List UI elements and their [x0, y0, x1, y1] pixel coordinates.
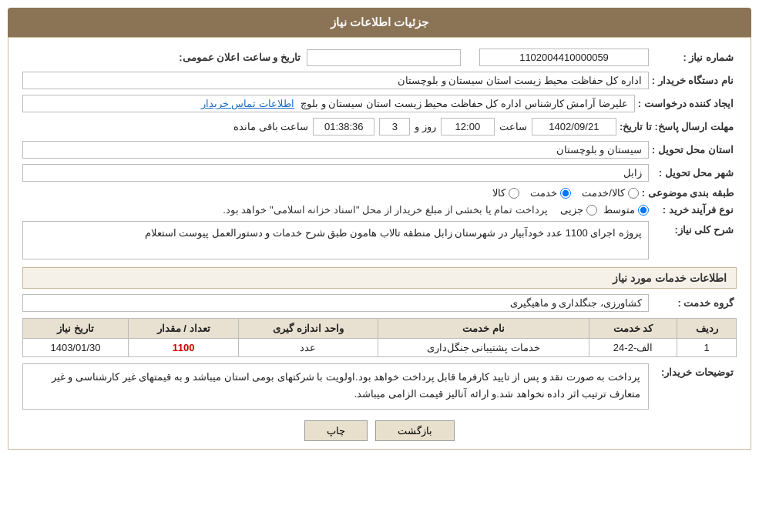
category-option-kala: کالا	[492, 187, 519, 199]
deadline-days-label: روز و	[415, 121, 436, 132]
city-label: شهر محل تحویل :	[652, 167, 737, 179]
city-value: زابل	[22, 164, 649, 182]
province-value: سیستان و بلوچستان	[22, 141, 649, 159]
deadline-label: مهلت ارسال پاسخ: تا تاریخ:	[620, 121, 737, 132]
buyer-org-label: نام دستگاه خریدار :	[652, 75, 737, 86]
deadline-days: 3	[379, 118, 410, 136]
service-table-section: ردیف کد خدمت نام خدمت واحد اندازه گیری ت…	[22, 318, 737, 357]
page-wrapper: جزئیات اطلاعات نیاز شماره نیاز : 1102004…	[0, 0, 759, 532]
col-header-row-num: ردیف	[677, 319, 737, 339]
process-label-jozi: جزیی	[560, 204, 583, 216]
requester-contact-link[interactable]: اطلاعات تماس خریدار	[201, 98, 294, 109]
category-radio-khedmat[interactable]	[560, 188, 571, 199]
col-header-unit: واحد اندازه گیری	[239, 319, 378, 339]
col-header-quantity: تعداد / مقدار	[128, 319, 238, 339]
cell-code: الف-2-24	[589, 339, 677, 357]
col-header-name: نام خدمت	[378, 319, 589, 339]
service-table: ردیف کد خدمت نام خدمت واحد اندازه گیری ت…	[22, 318, 737, 357]
announce-datetime-value	[307, 49, 461, 66]
category-label: طبقه بندی موضوعی :	[642, 187, 737, 199]
requester-row: ایجاد کننده درخواست : علیرضا آرامش کارشن…	[22, 95, 737, 112]
page-title: جزئیات اطلاعات نیاز	[8, 8, 751, 37]
province-row: استان محل تحویل : سیستان و بلوچستان	[22, 141, 737, 159]
deadline-time-label: ساعت	[499, 121, 527, 132]
buyer-org-value: اداره کل حفاظت محیط زیست استان سیستان و …	[22, 72, 649, 89]
main-container: شماره نیاز : 1102004410000059 تاریخ و سا…	[8, 37, 751, 450]
footer-buttons: بازگشت چاپ	[22, 420, 737, 441]
cell-row-num: 1	[677, 339, 737, 357]
requester-value-box: علیرضا آرامش کارشناس اداره کل حفاظت محیط…	[22, 95, 635, 112]
deadline-row: مهلت ارسال پاسخ: تا تاریخ: 1402/09/21 سا…	[22, 118, 737, 136]
service-group-row: گروه خدمت : کشاورزی، جنگلداری و ماهیگیری	[22, 294, 737, 312]
city-row: شهر محل تحویل : زابل	[22, 164, 737, 182]
col-header-code: کد خدمت	[589, 319, 677, 339]
buyer-notes-row: توضیحات خریدار: پرداخت به صورت نقد و پس …	[22, 363, 737, 410]
category-label-kala: کالا	[492, 187, 505, 199]
reference-row: شماره نیاز : 1102004410000059 تاریخ و سا…	[22, 49, 737, 66]
description-row: شرح کلی نیاز: پروژه اجرای 1100 عدد خودآب…	[22, 221, 737, 259]
reference-label: شماره نیاز :	[652, 52, 737, 63]
category-radio-kala[interactable]	[509, 188, 519, 199]
buyer-org-row: نام دستگاه خریدار : اداره کل حفاظت محیط …	[22, 72, 737, 89]
cell-date: 1403/01/30	[23, 339, 129, 357]
deadline-date: 1402/09/21	[532, 118, 616, 136]
reference-value: 1102004410000059	[479, 49, 649, 66]
announce-datetime-label: تاریخ و ساعت اعلان عمومی:	[174, 52, 304, 63]
process-note: پرداخت تمام یا بخشی از مبلغ خریدار از مح…	[223, 204, 548, 216]
buyer-notes-value: پرداخت به صورت نقد و پس از تایید کارفرما…	[22, 363, 649, 410]
service-group-value: کشاورزی، جنگلداری و ماهیگیری	[22, 294, 649, 312]
process-row: نوع فرآیند خرید : متوسط جزیی پرداخت تمام…	[22, 204, 737, 216]
process-radio-motavaset[interactable]	[638, 205, 649, 216]
province-label: استان محل تحویل :	[652, 144, 737, 156]
category-radio-kala-khedmat[interactable]	[628, 188, 639, 199]
back-button[interactable]: بازگشت	[375, 420, 455, 441]
buyer-notes-label: توضیحات خریدار:	[652, 363, 737, 378]
table-row: 1 الف-2-24 خدمات پشتیبانی جنگل‌داری عدد …	[23, 339, 737, 357]
category-label-khedmat: خدمت	[530, 187, 557, 199]
category-option-kala-khedmat: کالا/خدمت	[582, 187, 639, 199]
description-label: شرح کلی نیاز:	[652, 221, 737, 236]
requester-value: علیرضا آرامش کارشناس اداره کل حفاظت محیط…	[301, 98, 628, 109]
service-group-label: گروه خدمت :	[652, 297, 737, 309]
process-label: نوع فرآیند خرید :	[652, 204, 737, 216]
process-label-motavaset: متوسط	[603, 204, 635, 216]
table-header-row: ردیف کد خدمت نام خدمت واحد اندازه گیری ت…	[23, 319, 737, 339]
category-radio-group: کالا/خدمت خدمت کالا	[492, 187, 639, 199]
requester-label: ایجاد کننده درخواست :	[638, 98, 737, 109]
process-option-motavaset: متوسط	[603, 204, 649, 216]
cell-unit: عدد	[239, 339, 378, 357]
category-row: طبقه بندی موضوعی : کالا/خدمت خدمت کالا	[22, 187, 737, 199]
service-info-title: اطلاعات خدمات مورد نیاز	[22, 267, 737, 289]
process-option-jozi: جزیی	[560, 204, 597, 216]
process-type-row: متوسط جزیی پرداخت تمام یا بخشی از مبلغ خ…	[223, 204, 649, 216]
col-header-date: تاریخ نیاز	[23, 319, 129, 339]
category-option-khedmat: خدمت	[530, 187, 571, 199]
description-value: پروژه اجرای 1100 عدد خودآبیار در شهرستان…	[22, 221, 649, 259]
cell-quantity: 1100	[128, 339, 238, 357]
deadline-remaining-label: ساعت باقی مانده	[233, 121, 308, 132]
process-radio-jozi[interactable]	[586, 205, 597, 216]
deadline-time: 12:00	[441, 118, 495, 136]
category-label-kala-khedmat: کالا/خدمت	[582, 187, 625, 199]
print-button[interactable]: چاپ	[304, 420, 368, 441]
deadline-date-time: 1402/09/21 ساعت 12:00 روز و 3 01:38:36 س…	[22, 118, 616, 136]
deadline-remaining: 01:38:36	[313, 118, 374, 136]
cell-name: خدمات پشتیبانی جنگل‌داری	[378, 339, 589, 357]
